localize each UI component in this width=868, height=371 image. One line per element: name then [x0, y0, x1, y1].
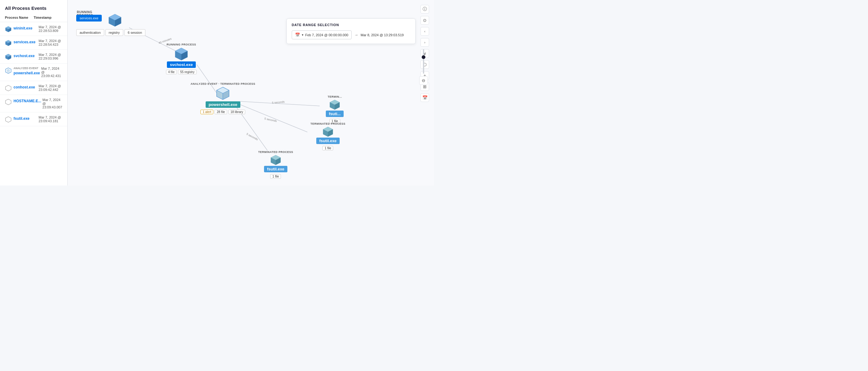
time-label-5sec-1: 5 seconds — [272, 100, 285, 104]
tab-session[interactable]: 6 session — [124, 29, 145, 36]
col-timestamp: Timestamp — [34, 16, 63, 19]
powershell-tag-alert[interactable]: 1 alert — [200, 110, 213, 114]
process-name[interactable]: HOSTNAME.E... — [13, 99, 41, 103]
date-picker-button[interactable]: 📅 ▾ Feb 7, 2024 @ 00:00:00.000 — [292, 30, 352, 39]
process-name-col: conhost.exe — [13, 84, 37, 90]
cube-icon-fsutil-bot — [270, 154, 282, 166]
calendar-icon: 📅 — [295, 33, 300, 37]
settings-button[interactable]: ⊙ — [421, 16, 429, 25]
cube-icon — [5, 40, 12, 46]
node-services-exe[interactable] — [107, 13, 122, 28]
navigate-right-button[interactable]: › — [421, 38, 429, 47]
node-svchost-exe[interactable]: RUNNING PROCESS svchost.exe 4 file 55 re… — [166, 43, 197, 74]
node-powershell-exe[interactable]: ANALYZED EVENT · TERMINATED PROCESS powe… — [191, 82, 255, 114]
list-item[interactable]: services.exe Mar 7, 2024 @22:28:54.423 — [0, 36, 67, 50]
tab-authentication[interactable]: authentication — [76, 29, 104, 36]
col-process-name: Process Name — [5, 16, 34, 19]
process-name-col: svchost.exe — [13, 53, 37, 58]
fsutil-mid-status-label: TERMINATED PROCESS — [310, 122, 345, 125]
process-name[interactable]: svchost.exe — [13, 54, 35, 58]
list-item[interactable]: svchost.exe Mar 7, 2024 @22:29:03.996 — [0, 50, 67, 64]
cube-icon — [5, 26, 12, 33]
cube-analyzed-icon — [5, 67, 12, 74]
fsutil-top-name-badge[interactable]: fsuti... — [326, 110, 344, 117]
fsutil-bot-tags: 1 file — [270, 174, 281, 179]
cube-icon — [5, 54, 12, 60]
cube-outline-icon — [5, 99, 12, 105]
cube-outline-icon — [5, 116, 12, 123]
time-label-5sec-3: 5 seconds — [246, 132, 258, 141]
date-range-arrow: → — [354, 33, 358, 37]
date-from-value: Feb 7, 2024 @ 00:00:00.000 — [305, 33, 348, 37]
process-name-col: ANALYZED EVENT powershell.exe — [13, 67, 40, 75]
fsutil-mid-name-badge[interactable]: fsutil.exe — [316, 138, 340, 144]
process-timestamp: Mar 7, 2024 @23:09:42.442 — [37, 84, 63, 92]
process-name[interactable]: conhost.exe — [13, 85, 35, 89]
date-range-title: DATE RANGE SELECTION — [292, 23, 410, 27]
cube-outline-icon — [5, 85, 12, 92]
list-item[interactable]: wininit.exe Mar 7, 2024 @22:28:53.809 — [0, 22, 67, 36]
svg-marker-15 — [5, 86, 11, 91]
time-label-5sec-2: 5 seconds — [264, 117, 277, 123]
powershell-status-label: ANALYZED EVENT · TERMINATED PROCESS — [191, 82, 255, 86]
svchost-name-badge[interactable]: svchost.exe — [167, 61, 196, 68]
column-headers: Process Name Timestamp — [0, 16, 67, 22]
process-name-col: fsutil.exe — [13, 115, 37, 121]
svg-marker-17 — [5, 117, 11, 122]
process-name-col: wininit.exe — [13, 25, 37, 31]
process-name[interactable]: fsutil.exe — [13, 116, 30, 121]
fsutil-top-status-label: TERMIN... — [328, 95, 342, 98]
panel-title: All Process Events — [0, 5, 67, 16]
fsutil-bot-status-label: TERMINATED PROCESS — [258, 150, 293, 154]
tab-registry[interactable]: registry — [105, 29, 123, 36]
cube-icon-fsutil-mid — [322, 126, 334, 138]
svchost-status-label: RUNNING PROCESS — [166, 43, 196, 46]
cube-icon-fsutil-top — [329, 99, 341, 110]
node-fsutil-top[interactable]: TERMIN... fsuti... 1 file — [326, 95, 344, 124]
date-range-row: 📅 ▾ Feb 7, 2024 @ 00:00:00.000 → Mar 8, … — [292, 30, 410, 39]
node-fsutil-mid[interactable]: TERMINATED PROCESS fsutil.exe 1 file — [310, 122, 345, 150]
fsutil-bot-name-badge[interactable]: fsutil.exe — [264, 166, 287, 172]
process-name[interactable]: powershell.exe — [13, 71, 40, 75]
process-list: wininit.exe Mar 7, 2024 @22:28:53.809 se… — [0, 22, 67, 126]
process-timestamp: Mar 7, 2024 @22:29:03.996 — [37, 53, 63, 60]
svchost-tag-file[interactable]: 4 file — [166, 70, 177, 74]
node-fsutil-bot[interactable]: TERMINATED PROCESS fsutil.exe 1 file — [258, 150, 293, 179]
powershell-name-badge[interactable]: powershell.exe — [206, 101, 240, 108]
cube-icon-svchost — [174, 47, 189, 61]
main-graph-area: 40 minutes 5 seconds 5 seconds 5 seconds… — [68, 0, 434, 186]
process-timestamp: Mar 7, 2024 @23:09:43.007 — [41, 98, 62, 109]
date-range-panel: DATE RANGE SELECTION 📅 ▾ Feb 7, 2024 @ 0… — [286, 19, 415, 44]
powershell-tag-library[interactable]: 18 library — [228, 110, 245, 114]
process-name[interactable]: wininit.exe — [13, 26, 32, 30]
process-name-col: services.exe — [13, 39, 37, 44]
date-to-value: Mar 8, 2024 @ 13:29:03.519 — [361, 33, 404, 37]
svchost-tag-registry[interactable]: 55 registry — [178, 70, 197, 74]
process-name[interactable]: services.exe — [13, 40, 35, 44]
process-timestamp: Mar 7, 2024 @23:09:42.431 — [40, 67, 62, 78]
info-button[interactable]: ⓘ — [421, 5, 429, 13]
chevron-down-icon: ▾ — [302, 33, 303, 37]
analyzed-label: ANALYZED EVENT — [13, 67, 40, 70]
zoom-slider: ⊖ — [419, 49, 428, 85]
fsutil-bot-tag-file[interactable]: 1 file — [270, 174, 281, 179]
list-item[interactable]: ANALYZED EVENT powershell.exe Mar 7, 202… — [0, 64, 67, 81]
tab-services-exe[interactable]: services.exe — [76, 15, 102, 22]
process-name-col: HOSTNAME.E... — [13, 98, 41, 103]
list-item[interactable]: fsutil.exe Mar 7, 2024 @23:09:43.181 — [0, 112, 67, 126]
process-timestamp: Mar 7, 2024 @22:28:54.423 — [37, 39, 63, 46]
slider-track[interactable] — [423, 49, 424, 74]
navigate-left-button[interactable]: ‹ — [421, 27, 429, 36]
slider-thumb[interactable] — [422, 55, 425, 59]
list-item[interactable]: HOSTNAME.E... Mar 7, 2024 @23:09:43.007 — [0, 95, 67, 112]
list-item[interactable]: conhost.exe Mar 7, 2024 @23:09:42.442 — [0, 81, 67, 95]
fsutil-mid-tags: 1 file — [322, 146, 333, 150]
fsutil-mid-tag-file[interactable]: 1 file — [322, 146, 333, 150]
powershell-tags: 1 alert 28 file 18 library — [200, 110, 245, 114]
powershell-tag-file[interactable]: 28 file — [215, 110, 227, 114]
svchost-tags: 4 file 55 registry — [166, 70, 197, 74]
process-timestamp: Mar 7, 2024 @23:09:43.181 — [37, 115, 63, 123]
zoom-out-button[interactable]: ⊖ — [419, 76, 428, 85]
calendar-toolbar-button[interactable]: 📅 — [421, 93, 429, 102]
cube-icon-powershell — [215, 86, 230, 101]
